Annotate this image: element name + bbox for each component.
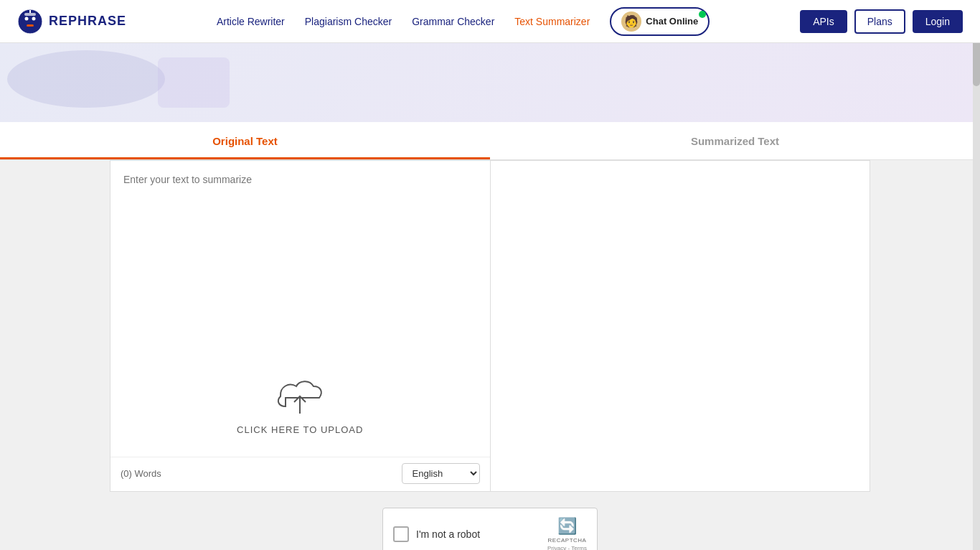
captcha-label: I'm not a robot [416, 528, 540, 540]
language-select[interactable]: English Spanish French German Italian Po… [402, 463, 480, 484]
tab-original-text[interactable]: Original Text [0, 122, 490, 159]
logo-icon [17, 9, 43, 34]
nav-grammar-checker[interactable]: Grammar Checker [412, 16, 494, 27]
captcha-checkbox[interactable] [393, 526, 409, 542]
hero-area [0, 43, 980, 122]
svg-point-2 [32, 17, 36, 20]
upload-area[interactable]: CLICK HERE TO UPLOAD [110, 362, 490, 457]
nav-article-rewriter[interactable]: Article Rewriter [217, 16, 285, 27]
logo-text: REPHRASE [49, 14, 126, 29]
captcha-logo-area: 🔄 reCAPTCHA Privacy - Terms [547, 517, 587, 550]
hero-blur-circle [7, 50, 165, 108]
plans-button[interactable]: Plans [854, 9, 905, 34]
header-actions: APIs Plans Login [800, 9, 963, 34]
nav-plagiarism-checker[interactable]: Plagiarism Checker [305, 16, 392, 27]
chat-avatar-icon: 🧑 [621, 11, 641, 32]
nav-text-summarizer[interactable]: Text Summarizer [514, 16, 590, 27]
action-area: I'm not a robot 🔄 reCAPTCHA Privacy - Te… [0, 508, 980, 550]
nav: Article Rewriter Plagiarism Checker Gram… [217, 7, 710, 36]
original-text-panel: CLICK HERE TO UPLOAD (0) Words English S… [110, 160, 490, 492]
login-button[interactable]: Login [913, 10, 963, 33]
captcha-brand: reCAPTCHA [548, 537, 587, 544]
svg-rect-3 [27, 24, 34, 27]
summarized-text-panel [490, 160, 871, 492]
original-text-input[interactable] [110, 161, 490, 362]
svg-point-1 [25, 17, 29, 20]
chat-online-label: Chat Online [646, 16, 698, 27]
word-count: (0) Words [121, 468, 161, 479]
apis-button[interactable]: APIs [800, 10, 847, 33]
upload-label: CLICK HERE TO UPLOAD [237, 424, 363, 435]
main-content: Original Text Summarized Text CLICK HERE… [0, 122, 980, 550]
tabs-row: Original Text Summarized Text [0, 122, 980, 160]
captcha-privacy-links: Privacy - Terms [547, 545, 587, 550]
recaptcha-icon: 🔄 [557, 517, 577, 536]
scrollbar[interactable] [973, 0, 980, 550]
hero-blur-rect [158, 57, 230, 108]
editor-area: CLICK HERE TO UPLOAD (0) Words English S… [110, 160, 870, 492]
online-dot-icon [699, 11, 706, 18]
svg-rect-4 [24, 13, 36, 16]
original-text-footer: (0) Words English Spanish French German … [110, 457, 490, 491]
logo[interactable]: REPHRASE [17, 9, 126, 34]
captcha-box: I'm not a robot 🔄 reCAPTCHA Privacy - Te… [382, 508, 598, 550]
upload-cloud-icon [275, 376, 325, 419]
chat-online-button[interactable]: 🧑 Chat Online [610, 7, 710, 36]
tab-summarized-text[interactable]: Summarized Text [490, 122, 980, 159]
header: REPHRASE Article Rewriter Plagiarism Che… [0, 0, 980, 43]
